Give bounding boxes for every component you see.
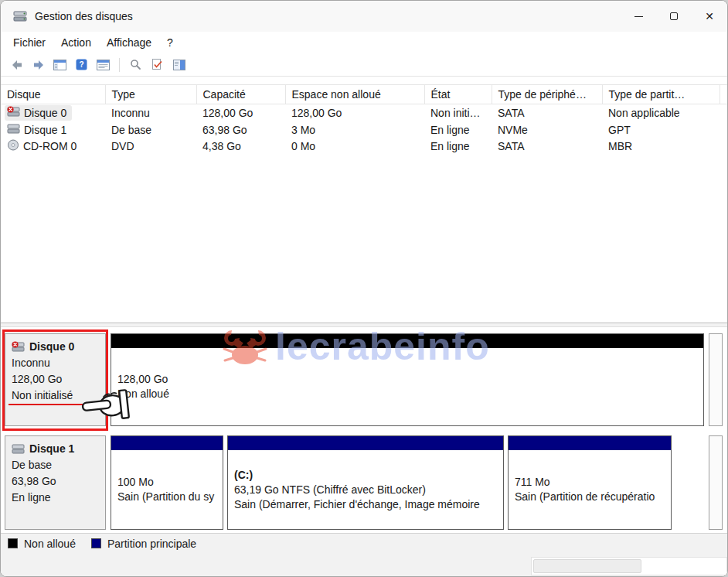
- disk1-partitions: 100 MoSain (Partition du sy(C:)63,19 Go …: [111, 435, 704, 530]
- partition-detail: 63,19 Go NTFS (Chiffré avec BitLocker): [234, 483, 497, 497]
- cell: 128,00 Go: [196, 104, 285, 122]
- disk1-type: De base: [12, 458, 99, 473]
- legend-item: Partition principale: [91, 538, 196, 550]
- disk1-size: 63,98 Go: [12, 474, 99, 489]
- toolbar-separator: [119, 58, 120, 72]
- partition-block[interactable]: (C:)63,19 Go NTFS (Chiffré avec BitLocke…: [227, 435, 504, 530]
- disk1-name: Disque 1: [29, 442, 74, 455]
- cell-filler: [719, 104, 728, 122]
- disk-icon: [12, 443, 25, 455]
- menu-item-help[interactable]: ?: [159, 33, 181, 52]
- cell: DVD: [105, 138, 196, 154]
- primary-partition-strip: [228, 436, 503, 450]
- document-check-icon[interactable]: [148, 56, 167, 74]
- column-header[interactable]: État: [424, 85, 492, 104]
- legend-item: Non alloué: [8, 538, 76, 550]
- partition-detail: 100 Mo: [117, 475, 216, 490]
- cell: En ligne: [424, 138, 492, 154]
- window-controls: ✕: [621, 1, 727, 32]
- console-tree-icon[interactable]: [50, 56, 70, 74]
- maximize-button[interactable]: [656, 1, 692, 32]
- graph-right-spacer: [709, 435, 723, 530]
- column-header[interactable]: Type de partit…: [602, 85, 719, 104]
- search-icon[interactable]: [126, 56, 145, 74]
- graph-right-spacer: [709, 333, 723, 426]
- disk-management-window: Gestion des disques ✕ FichierActionAffic…: [0, 0, 728, 577]
- minimize-icon: [634, 16, 643, 17]
- close-button[interactable]: ✕: [692, 1, 727, 32]
- cell-filler: [719, 138, 728, 154]
- unallocated-partition-block[interactable]: 128,00 Go Non alloué: [111, 333, 704, 426]
- cell: En ligne: [424, 121, 492, 138]
- statusbar: [1, 553, 727, 576]
- details-pane-icon[interactable]: [94, 56, 113, 74]
- disk1-status: En ligne: [12, 490, 99, 505]
- disk-error-icon: [7, 106, 20, 120]
- cdrom-icon: [7, 139, 19, 153]
- primary-partition-strip: [111, 436, 223, 450]
- partition-block[interactable]: 711 MoSain (Partition de récupératio: [508, 435, 672, 530]
- maximize-icon: [670, 12, 678, 20]
- disk0-type: Inconnu: [12, 356, 99, 370]
- forward-icon[interactable]: [29, 56, 48, 74]
- menu-item-fichier[interactable]: Fichier: [5, 33, 53, 52]
- disk1-panel[interactable]: Disque 1 De base 63,98 Go En ligne: [5, 435, 106, 530]
- disk-error-icon: [12, 341, 25, 353]
- unallocated-info: 128,00 Go Non alloué: [111, 348, 703, 425]
- legend-label: Non alloué: [24, 538, 76, 550]
- legend-bar: Non allouéPartition principale: [1, 533, 727, 553]
- titlebar: Gestion des disques ✕: [1, 1, 727, 32]
- cell: SATA: [492, 104, 602, 122]
- disk-label: CD-ROM 0: [23, 140, 77, 152]
- legend-swatch: [8, 538, 18, 548]
- column-header[interactable]: Type: [105, 85, 196, 104]
- cell: 3 Mo: [285, 121, 424, 138]
- disk0-name-row: Disque 0: [12, 340, 99, 353]
- unallocated-strip: [111, 334, 703, 348]
- partition-detail: Sain (Démarrer, Fichier d'échange, Image…: [234, 497, 497, 512]
- unallocated-status: Non alloué: [117, 387, 697, 401]
- table-row[interactable]: Disque 0Inconnu128,00 Go128,00 GoNon ini…: [1, 104, 728, 122]
- cell: GPT: [602, 121, 719, 138]
- partition-detail: Sain (Partition du sy: [117, 490, 216, 504]
- cell: Non applicable: [602, 104, 719, 122]
- table-row[interactable]: Disque 1De base63,98 Go3 MoEn ligneNVMeG…: [1, 121, 728, 138]
- scrollbar-thumb[interactable]: [533, 559, 641, 573]
- horizontal-scrollbar[interactable]: [531, 557, 727, 575]
- legend-swatch: [91, 538, 101, 548]
- disk0-status: Non initialisé: [12, 388, 99, 403]
- disk-cell: CD-ROM 0: [1, 138, 105, 154]
- table-header-row: DisqueTypeCapacitéEspace non allouéÉtatT…: [1, 85, 728, 104]
- cell: 4,38 Go: [196, 138, 285, 154]
- column-header-filler: [719, 85, 728, 104]
- cell: NVMe: [492, 121, 602, 138]
- toolbar: ?: [1, 53, 727, 77]
- column-header[interactable]: Type de périphé…: [492, 85, 602, 104]
- column-header[interactable]: Capacité: [196, 85, 285, 104]
- cell: 0 Mo: [285, 138, 424, 154]
- cell: SATA: [492, 138, 602, 154]
- minimize-button[interactable]: [621, 1, 656, 32]
- menu-item-action[interactable]: Action: [53, 33, 99, 52]
- cell: De base: [105, 121, 196, 138]
- disk-list-view: DisqueTypeCapacitéEspace non allouéÉtatT…: [1, 77, 727, 323]
- disk0-size: 128,00 Go: [12, 372, 99, 387]
- cell: Inconnu: [105, 104, 196, 122]
- back-icon[interactable]: [7, 56, 26, 74]
- cell-filler: [719, 121, 728, 138]
- help-icon[interactable]: ?: [72, 56, 91, 74]
- column-header[interactable]: Disque: [1, 85, 105, 104]
- partition-info: (C:)63,19 Go NTFS (Chiffré avec BitLocke…: [228, 450, 503, 529]
- disk0-panel[interactable]: Disque 0 Inconnu 128,00 Go Non initialis…: [5, 333, 106, 426]
- cell: MBR: [602, 138, 719, 154]
- menu-item-affichage[interactable]: Affichage: [99, 33, 159, 52]
- disk-cell: Disque 0: [1, 104, 105, 122]
- table-row[interactable]: CD-ROM 0DVD4,38 Go0 MoEn ligneSATAMBR: [1, 138, 728, 154]
- disk-icon: [7, 123, 20, 137]
- partition-block[interactable]: 100 MoSain (Partition du sy: [111, 435, 223, 530]
- disk-label: Disque 1: [24, 124, 66, 136]
- console-panel-icon[interactable]: [169, 56, 189, 74]
- primary-partition-strip: [509, 436, 671, 450]
- graphical-view: Disque 0 Inconnu 128,00 Go Non initialis…: [1, 327, 727, 533]
- column-header[interactable]: Espace non alloué: [285, 85, 424, 104]
